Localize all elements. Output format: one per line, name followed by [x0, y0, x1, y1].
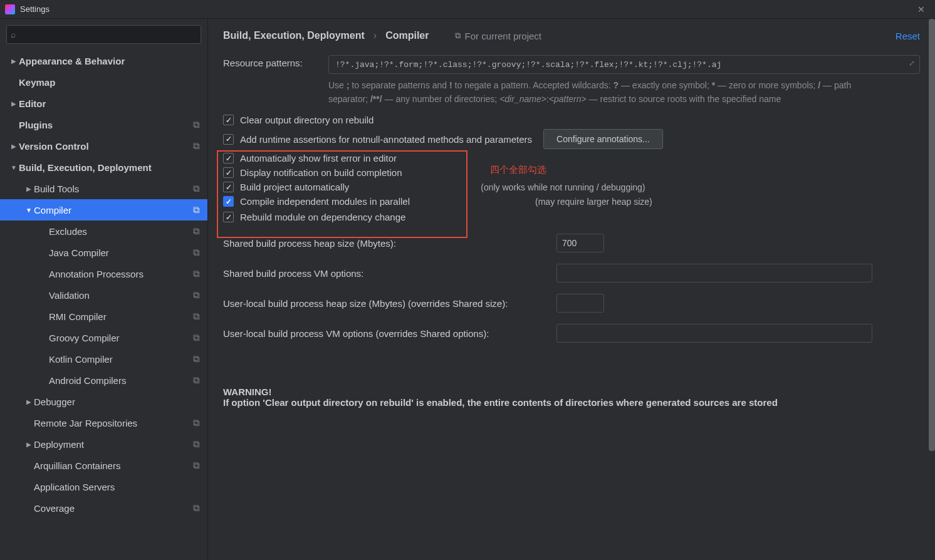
sidebar-item[interactable]: ▶Coverage⧉ [0, 497, 207, 519]
annotation-box [217, 150, 468, 238]
sidebar-item-label: Excludes [49, 226, 193, 237]
build-auto-label: Build project automatically [240, 182, 349, 192]
sidebar-item-label: Arquillian Containers [34, 460, 193, 471]
add-runtime-label: Add runtime assertions for notnull-annot… [240, 134, 532, 145]
sidebar-item[interactable]: ▶Annotation Processors⧉ [0, 263, 207, 284]
sidebar-item[interactable]: ▶Kotlin Compiler⧉ [0, 348, 207, 370]
app-icon [5, 4, 15, 14]
copy-icon: ⧉ [193, 438, 200, 450]
shared-heap-input[interactable] [556, 234, 604, 252]
sidebar-item[interactable]: ▶Deployment⧉ [0, 433, 207, 455]
user-vm-input[interactable] [556, 324, 872, 343]
sidebar-item-label: Editor [19, 98, 207, 109]
user-heap-label: User-local build process heap size (Mbyt… [223, 298, 556, 309]
copy-icon: ⧉ [193, 289, 200, 301]
user-vm-label: User-local build process VM options (ove… [223, 328, 556, 339]
auto-show-error-checkbox[interactable] [223, 153, 234, 163]
configure-annotations-button[interactable]: Configure annotations... [543, 129, 663, 149]
settings-content: Build, Execution, Deployment › Compiler … [208, 19, 935, 560]
copy-icon: ⧉ [193, 204, 200, 215]
sidebar-item[interactable]: ▶Appearance & Behavior [0, 50, 207, 71]
copy-icon: ⧉ [193, 268, 200, 279]
title-bar: Settings ✕ [0, 0, 935, 19]
sidebar-item[interactable]: ▶Build Tools⧉ [0, 178, 207, 199]
build-auto-checkbox[interactable] [223, 182, 234, 192]
rebuild-dependency-checkbox[interactable] [223, 212, 234, 222]
sidebar-item[interactable]: ▶Groovy Compiler⧉ [0, 327, 207, 348]
clear-output-checkbox[interactable] [223, 115, 234, 125]
compile-parallel-note: (may require larger heap size) [535, 197, 652, 207]
sidebar-item[interactable]: ▶Plugins⧉ [0, 114, 207, 135]
shared-heap-label: Shared build process heap size (Mbytes): [223, 238, 556, 249]
sidebar-item[interactable]: ▶Android Compilers⧉ [0, 370, 207, 391]
resource-patterns-label: Resource patterns: [223, 55, 328, 68]
rebuild-dependency-label: Rebuild module on dependency change [240, 212, 405, 222]
search-input[interactable]: ⌕ [6, 25, 201, 44]
sidebar-item-label: Plugins [19, 120, 193, 130]
chevron-icon: ▶ [24, 185, 34, 192]
compile-parallel-label: Compile independent modules in parallel [240, 196, 410, 207]
sidebar-item-label: Debugger [34, 397, 207, 407]
warning-body: If option 'Clear output directory on reb… [223, 397, 920, 408]
search-icon: ⌕ [11, 29, 16, 39]
sidebar-item[interactable]: ▶Arquillian Containers⧉ [0, 455, 207, 476]
sidebar-item[interactable]: ▶Keymap [0, 71, 207, 93]
sidebar-item-label: Application Servers [34, 482, 207, 492]
clear-output-label: Clear output directory on rebuild [240, 115, 373, 125]
display-notification-checkbox[interactable] [223, 167, 234, 178]
chevron-icon: ▶ [24, 441, 34, 448]
sidebar-item-label: Android Compilers [49, 375, 193, 386]
sidebar-item-label: Compiler [34, 205, 193, 215]
user-heap-input[interactable] [556, 294, 604, 313]
content-scrollbar[interactable] [929, 19, 935, 560]
sidebar-item[interactable]: ▶RMI Compiler⧉ [0, 306, 207, 327]
resource-patterns-input[interactable] [328, 55, 920, 74]
sidebar-item-label: Groovy Compiler [49, 333, 193, 343]
chevron-right-icon: › [373, 30, 377, 41]
settings-sidebar: ⌕ ▶Appearance & Behavior▶Keymap▶Editor▶P… [0, 19, 208, 560]
sidebar-item-label: Version Control [19, 141, 193, 152]
breadcrumb: Build, Execution, Deployment › Compiler [223, 30, 429, 41]
breadcrumb-part: Build, Execution, Deployment [223, 30, 365, 41]
display-notification-label: Display notification on build completion [240, 167, 402, 178]
sidebar-item-label: RMI Compiler [49, 311, 193, 322]
copy-icon: ⧉ [193, 332, 200, 343]
sidebar-item[interactable]: ▶Application Servers [0, 476, 207, 497]
annotation-text: 四个全部勾选 [490, 164, 546, 176]
copy-icon: ⧉ [193, 247, 200, 258]
copy-icon: ⧉ [193, 460, 200, 471]
close-icon[interactable]: ✕ [912, 4, 930, 14]
compile-parallel-checkbox[interactable] [223, 196, 234, 207]
sidebar-item[interactable]: ▶Remote Jar Repositories⧉ [0, 412, 207, 433]
sidebar-item[interactable]: ▼Build, Execution, Deployment [0, 157, 207, 178]
sidebar-item[interactable]: ▼Compiler⧉ [0, 199, 207, 220]
chevron-icon: ▼ [24, 207, 34, 214]
chevron-icon: ▶ [9, 143, 19, 150]
shared-vm-label: Shared build process VM options: [223, 268, 556, 279]
sidebar-item[interactable]: ▶Editor [0, 93, 207, 114]
auto-show-error-label: Automatically show first error in editor [240, 153, 397, 163]
sidebar-item-label: Annotation Processors [49, 269, 193, 279]
sidebar-item[interactable]: ▶Version Control⧉ [0, 135, 207, 157]
sidebar-item-label: Coverage [34, 503, 193, 514]
reset-link[interactable]: Reset [896, 31, 920, 41]
copy-icon: ⧉ [193, 226, 200, 237]
chevron-icon: ▶ [9, 58, 19, 65]
shared-vm-input[interactable] [556, 264, 872, 283]
sidebar-item[interactable]: ▶Validation⧉ [0, 284, 207, 306]
add-runtime-checkbox[interactable] [223, 134, 234, 145]
chevron-icon: ▼ [9, 164, 19, 171]
sidebar-item-label: Build, Execution, Deployment [19, 162, 207, 173]
sidebar-item-label: Keymap [19, 77, 207, 88]
sidebar-item-label: Deployment [34, 439, 193, 450]
expand-icon[interactable]: ⤢ [909, 59, 915, 68]
sidebar-item-label: Appearance & Behavior [19, 56, 207, 66]
sidebar-item[interactable]: ▶Java Compiler⧉ [0, 242, 207, 263]
build-auto-note: (only works while not running / debuggin… [481, 182, 645, 192]
settings-tree: ▶Appearance & Behavior▶Keymap▶Editor▶Plu… [0, 50, 207, 560]
sidebar-item-label: Java Compiler [49, 247, 193, 258]
sidebar-item[interactable]: ▶Excludes⧉ [0, 220, 207, 242]
sidebar-item[interactable]: ▶Debugger [0, 391, 207, 412]
copy-icon: ⧉ [193, 311, 200, 322]
sidebar-item-label: Validation [49, 290, 193, 301]
